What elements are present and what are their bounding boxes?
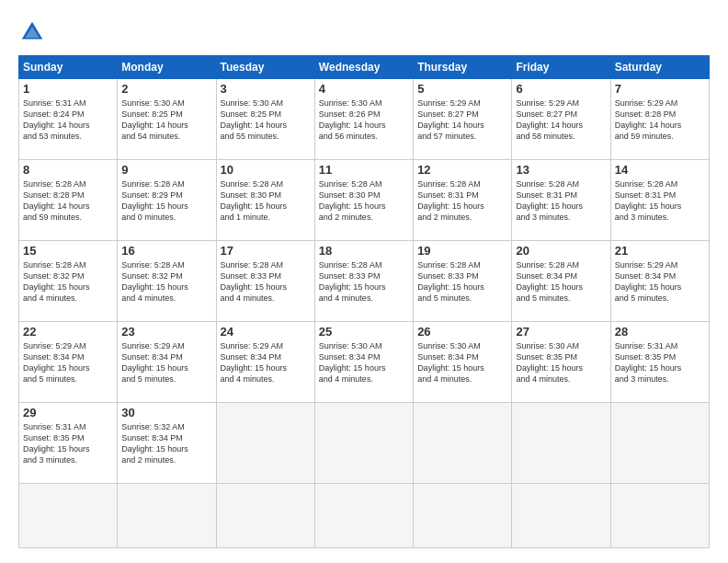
day-cell: 21Sunrise: 5:29 AM Sunset: 8:34 PM Dayli…	[610, 241, 709, 322]
empty-cell	[314, 484, 413, 548]
day-cell: 7Sunrise: 5:29 AM Sunset: 8:28 PM Daylig…	[610, 79, 709, 160]
day-number: 7	[615, 82, 705, 96]
day-cell: 9Sunrise: 5:28 AM Sunset: 8:29 PM Daylig…	[118, 160, 216, 241]
day-number: 4	[319, 82, 409, 96]
col-header-sunday: Sunday	[19, 56, 118, 79]
day-info: Sunrise: 5:29 AM Sunset: 8:34 PM Dayligh…	[23, 340, 113, 385]
empty-cell	[414, 403, 512, 484]
day-number: 29	[23, 406, 113, 419]
day-info: Sunrise: 5:29 AM Sunset: 8:34 PM Dayligh…	[221, 340, 311, 385]
empty-cell	[610, 403, 709, 484]
day-number: 13	[516, 163, 606, 177]
day-number: 16	[121, 244, 211, 258]
day-cell: 3Sunrise: 5:30 AM Sunset: 8:25 PM Daylig…	[216, 79, 314, 160]
day-cell: 2Sunrise: 5:30 AM Sunset: 8:25 PM Daylig…	[118, 79, 216, 160]
day-number: 11	[319, 163, 409, 177]
day-info: Sunrise: 5:32 AM Sunset: 8:34 PM Dayligh…	[121, 421, 211, 466]
day-cell: 24Sunrise: 5:29 AM Sunset: 8:34 PM Dayli…	[216, 322, 314, 403]
day-cell: 13Sunrise: 5:28 AM Sunset: 8:31 PM Dayli…	[512, 160, 610, 241]
day-info: Sunrise: 5:30 AM Sunset: 8:35 PM Dayligh…	[516, 340, 606, 385]
day-cell: 27Sunrise: 5:30 AM Sunset: 8:35 PM Dayli…	[512, 322, 610, 403]
day-info: Sunrise: 5:31 AM Sunset: 8:24 PM Dayligh…	[23, 98, 113, 143]
day-info: Sunrise: 5:29 AM Sunset: 8:28 PM Dayligh…	[615, 98, 705, 143]
day-info: Sunrise: 5:28 AM Sunset: 8:30 PM Dayligh…	[221, 178, 311, 224]
day-number: 23	[121, 325, 211, 339]
calendar-row	[19, 484, 710, 548]
day-cell: 26Sunrise: 5:30 AM Sunset: 8:34 PM Dayli…	[414, 322, 512, 403]
day-number: 10	[221, 163, 311, 177]
day-info: Sunrise: 5:28 AM Sunset: 8:31 PM Dayligh…	[417, 178, 507, 224]
day-info: Sunrise: 5:30 AM Sunset: 8:26 PM Dayligh…	[319, 98, 409, 143]
empty-cell	[216, 484, 314, 548]
header	[18, 18, 710, 46]
day-number: 12	[417, 163, 507, 177]
col-header-friday: Friday	[512, 56, 610, 79]
day-cell: 23Sunrise: 5:29 AM Sunset: 8:34 PM Dayli…	[118, 322, 216, 403]
day-cell: 30Sunrise: 5:32 AM Sunset: 8:34 PM Dayli…	[118, 403, 216, 484]
day-info: Sunrise: 5:29 AM Sunset: 8:34 PM Dayligh…	[615, 259, 705, 304]
day-cell: 11Sunrise: 5:28 AM Sunset: 8:30 PM Dayli…	[314, 160, 413, 241]
day-number: 9	[121, 163, 211, 177]
col-header-tuesday: Tuesday	[216, 56, 314, 79]
day-info: Sunrise: 5:28 AM Sunset: 8:31 PM Dayligh…	[516, 178, 606, 224]
day-number: 17	[221, 244, 311, 258]
day-cell: 28Sunrise: 5:31 AM Sunset: 8:35 PM Dayli…	[610, 322, 709, 403]
day-number: 14	[615, 163, 705, 177]
empty-cell	[118, 484, 216, 548]
page: SundayMondayTuesdayWednesdayThursdayFrid…	[0, 0, 728, 563]
day-info: Sunrise: 5:30 AM Sunset: 8:25 PM Dayligh…	[121, 98, 211, 143]
day-info: Sunrise: 5:30 AM Sunset: 8:34 PM Dayligh…	[319, 340, 409, 385]
calendar-row: 29Sunrise: 5:31 AM Sunset: 8:35 PM Dayli…	[19, 403, 710, 484]
col-header-saturday: Saturday	[610, 56, 709, 79]
day-cell: 1Sunrise: 5:31 AM Sunset: 8:24 PM Daylig…	[19, 79, 118, 160]
col-header-monday: Monday	[118, 56, 216, 79]
day-number: 20	[516, 244, 606, 258]
day-number: 1	[23, 82, 113, 96]
day-number: 5	[417, 82, 507, 96]
empty-cell	[512, 403, 610, 484]
day-number: 26	[417, 325, 507, 339]
day-info: Sunrise: 5:28 AM Sunset: 8:33 PM Dayligh…	[319, 259, 409, 304]
day-cell: 29Sunrise: 5:31 AM Sunset: 8:35 PM Dayli…	[19, 403, 118, 484]
logo-icon	[18, 18, 46, 46]
day-info: Sunrise: 5:30 AM Sunset: 8:34 PM Dayligh…	[417, 340, 507, 385]
day-info: Sunrise: 5:28 AM Sunset: 8:30 PM Dayligh…	[319, 178, 409, 224]
day-info: Sunrise: 5:29 AM Sunset: 8:27 PM Dayligh…	[417, 98, 507, 143]
day-info: Sunrise: 5:28 AM Sunset: 8:29 PM Dayligh…	[121, 178, 211, 224]
day-info: Sunrise: 5:31 AM Sunset: 8:35 PM Dayligh…	[23, 421, 113, 466]
calendar-row: 22Sunrise: 5:29 AM Sunset: 8:34 PM Dayli…	[19, 322, 710, 403]
day-cell: 15Sunrise: 5:28 AM Sunset: 8:32 PM Dayli…	[19, 241, 118, 322]
day-info: Sunrise: 5:28 AM Sunset: 8:33 PM Dayligh…	[221, 259, 311, 304]
day-cell: 10Sunrise: 5:28 AM Sunset: 8:30 PM Dayli…	[216, 160, 314, 241]
empty-cell	[216, 403, 314, 484]
day-info: Sunrise: 5:31 AM Sunset: 8:35 PM Dayligh…	[615, 340, 705, 385]
empty-cell	[610, 484, 709, 548]
calendar-header-row: SundayMondayTuesdayWednesdayThursdayFrid…	[19, 56, 710, 79]
day-info: Sunrise: 5:28 AM Sunset: 8:33 PM Dayligh…	[417, 259, 507, 304]
calendar-row: 15Sunrise: 5:28 AM Sunset: 8:32 PM Dayli…	[19, 241, 710, 322]
day-cell: 25Sunrise: 5:30 AM Sunset: 8:34 PM Dayli…	[314, 322, 413, 403]
day-cell: 22Sunrise: 5:29 AM Sunset: 8:34 PM Dayli…	[19, 322, 118, 403]
day-cell: 17Sunrise: 5:28 AM Sunset: 8:33 PM Dayli…	[216, 241, 314, 322]
empty-cell	[512, 484, 610, 548]
day-cell: 14Sunrise: 5:28 AM Sunset: 8:31 PM Dayli…	[610, 160, 709, 241]
day-number: 24	[221, 325, 311, 339]
day-cell: 20Sunrise: 5:28 AM Sunset: 8:34 PM Dayli…	[512, 241, 610, 322]
empty-cell	[19, 484, 118, 548]
day-info: Sunrise: 5:28 AM Sunset: 8:31 PM Dayligh…	[615, 178, 705, 224]
day-info: Sunrise: 5:28 AM Sunset: 8:28 PM Dayligh…	[23, 178, 113, 224]
day-number: 28	[615, 325, 705, 339]
col-header-wednesday: Wednesday	[314, 56, 413, 79]
col-header-thursday: Thursday	[414, 56, 512, 79]
day-number: 15	[23, 244, 113, 258]
day-number: 21	[615, 244, 705, 258]
day-cell: 12Sunrise: 5:28 AM Sunset: 8:31 PM Dayli…	[414, 160, 512, 241]
day-cell: 18Sunrise: 5:28 AM Sunset: 8:33 PM Dayli…	[314, 241, 413, 322]
day-number: 25	[319, 325, 409, 339]
day-number: 8	[23, 163, 113, 177]
calendar-table: SundayMondayTuesdayWednesdayThursdayFrid…	[18, 55, 710, 548]
day-info: Sunrise: 5:29 AM Sunset: 8:34 PM Dayligh…	[121, 340, 211, 385]
day-cell: 16Sunrise: 5:28 AM Sunset: 8:32 PM Dayli…	[118, 241, 216, 322]
day-info: Sunrise: 5:28 AM Sunset: 8:32 PM Dayligh…	[121, 259, 211, 304]
day-number: 3	[221, 82, 311, 96]
